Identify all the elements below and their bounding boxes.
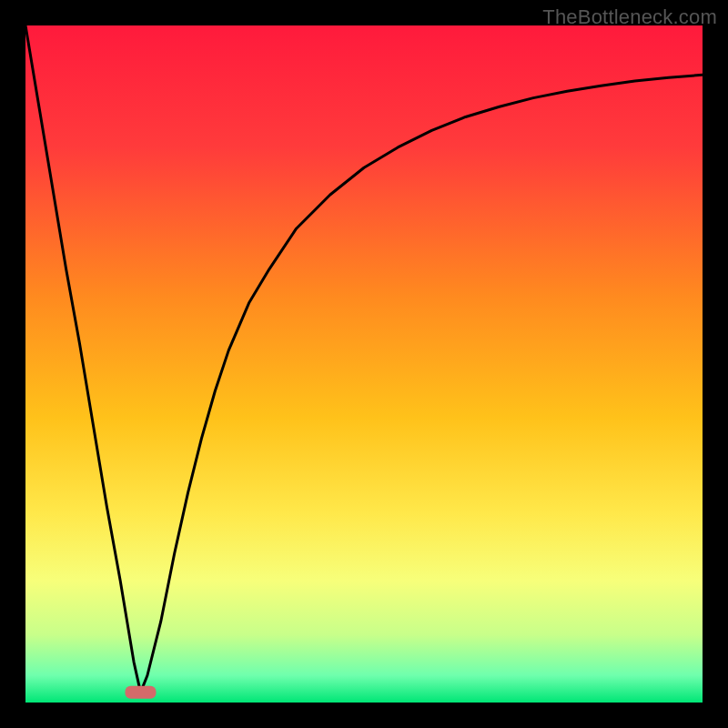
watermark-text: TheBottleneck.com: [542, 5, 717, 29]
optimum-marker: [125, 686, 156, 699]
chart-svg: [25, 25, 703, 703]
outer-frame: TheBottleneck.com: [0, 0, 728, 728]
plot-area: [25, 25, 703, 703]
gradient-background: [25, 25, 703, 703]
